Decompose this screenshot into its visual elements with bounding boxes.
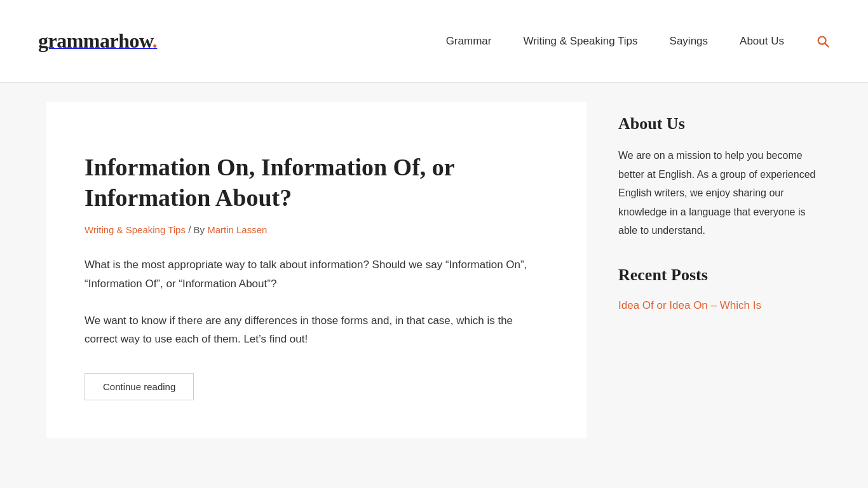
article-author-link[interactable]: Martin Lassen (207, 224, 267, 235)
nav-item-sayings[interactable]: Sayings (670, 35, 708, 48)
sidebar-recent-posts-section: Recent Posts Idea Of or Idea On – Which … (618, 266, 822, 314)
sidebar-about-section: About Us We are on a mission to help you… (618, 114, 822, 240)
sidebar-recent-posts-heading: Recent Posts (618, 266, 822, 285)
article-body: What is the most appropriate way to talk… (85, 255, 548, 349)
sidebar-recent-post-link[interactable]: Idea Of or Idea On – Which Is (618, 299, 761, 311)
search-icon (816, 34, 830, 48)
article-category-link[interactable]: Writing & Speaking Tips (85, 224, 186, 235)
read-more-button[interactable]: Continue reading (85, 373, 194, 400)
article-meta: Writing & Speaking Tips / By Martin Lass… (85, 224, 548, 235)
nav-item-about-us[interactable]: About Us (740, 35, 784, 48)
page-wrapper: Information On, Information Of, or Infor… (21, 83, 847, 458)
sidebar-about-heading: About Us (618, 114, 822, 133)
article-paragraph-1: What is the most appropriate way to talk… (85, 255, 548, 294)
nav-item-grammar[interactable]: Grammar (446, 35, 492, 48)
site-header: grammarhow. Grammar Writing & Speaking T… (0, 0, 868, 83)
logo-text: grammarhow (38, 29, 153, 52)
article-meta-separator: / By (186, 224, 207, 235)
svg-line-1 (825, 43, 829, 47)
article-title: Information On, Information Of, or Infor… (85, 152, 548, 213)
search-button[interactable] (816, 34, 830, 48)
article-card: Information On, Information Of, or Infor… (46, 102, 587, 438)
logo-dot: . (153, 29, 158, 52)
sidebar-about-text: We are on a mission to help you become b… (618, 146, 822, 240)
article-paragraph-2: We want to know if there are any differe… (85, 311, 548, 349)
site-logo[interactable]: grammarhow. (38, 29, 157, 53)
svg-point-0 (818, 36, 826, 44)
nav-item-writing-speaking-tips[interactable]: Writing & Speaking Tips (523, 35, 637, 48)
sidebar: About Us We are on a mission to help you… (618, 102, 822, 438)
main-nav: Grammar Writing & Speaking Tips Sayings … (446, 34, 830, 48)
